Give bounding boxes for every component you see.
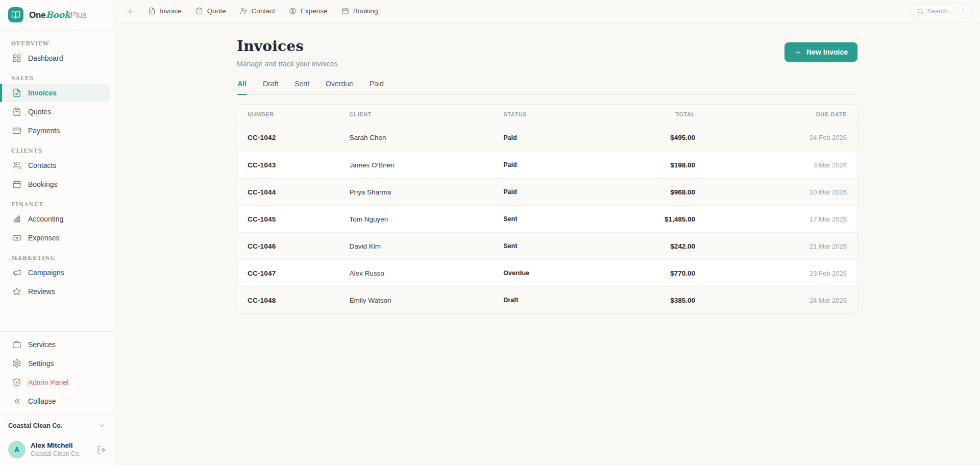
quick-add-plus-button[interactable] <box>126 7 134 15</box>
quick-add-quote[interactable]: Quote <box>195 7 226 15</box>
cell-due-date: 21 Mar 2026 <box>695 242 847 250</box>
tab-paid[interactable]: Paid <box>369 80 384 95</box>
file-plus-icon <box>148 7 156 15</box>
sidebar-item-label: Campaigns <box>28 268 64 277</box>
grid-icon <box>12 54 21 63</box>
sidebar: OneBookPlus OVERVIEW Dashboard SALES Inv… <box>0 0 114 465</box>
logout-button[interactable] <box>97 446 106 454</box>
tab-label: All <box>237 80 247 88</box>
sidebar-item-expenses[interactable]: Expenses <box>0 229 110 247</box>
cell-total: $385.00 <box>605 297 695 304</box>
cell-total: $495.00 <box>605 134 695 141</box>
avatar: A <box>8 441 26 458</box>
column-header-client: Client <box>350 111 504 117</box>
sidebar-item-bookings[interactable]: Bookings <box>0 175 110 193</box>
tab-label: Draft <box>263 80 278 88</box>
clipboard-icon <box>195 7 203 15</box>
sidebar-item-label: Admin Panel <box>28 378 68 386</box>
table-row[interactable]: CC-1045 Tom Nguyen Sent $1,485.00 17 Mar… <box>237 205 857 232</box>
sidebar-item-admin-panel[interactable]: Admin Panel <box>0 373 110 391</box>
search-input[interactable] <box>927 8 955 15</box>
quick-add-label: Invoice <box>160 7 182 15</box>
sidebar-sections: OVERVIEW Dashboard SALES Invoices Quotes <box>0 33 114 301</box>
sidebar-item-accounting[interactable]: Accounting <box>0 210 110 228</box>
cell-invoice-number: CC-1046 <box>248 242 350 250</box>
quick-add-contact[interactable]: Contact <box>240 7 276 15</box>
new-invoice-label: New Invoice <box>806 48 848 56</box>
page-subtitle: Manage and track your invoices <box>237 60 338 68</box>
brand-logo[interactable]: OneBookPlus <box>0 0 114 31</box>
quick-add-invoice[interactable]: Invoice <box>148 7 182 15</box>
company-selector[interactable]: Coastal Clean Co. <box>0 415 114 435</box>
cell-due-date: 10 Mar 2026 <box>695 188 847 196</box>
sidebar-item-campaigns[interactable]: Campaigns <box>0 263 110 282</box>
table-body: CC-1042 Sarah Chen Paid $495.00 24 Feb 2… <box>237 124 857 313</box>
sidebar-item-reviews[interactable]: Reviews <box>0 282 110 301</box>
quick-add-label: Quote <box>207 7 226 15</box>
banknote-icon <box>12 233 21 242</box>
sidebar-item-settings[interactable]: Settings <box>0 354 110 373</box>
user-info: Alex Mitchell Coastal Clean Co. <box>31 442 80 458</box>
quick-add-expense[interactable]: Expense <box>289 7 328 15</box>
main-area: Invoice Quote Contact Expense <box>114 0 980 465</box>
cell-total: $770.00 <box>605 270 695 277</box>
tab-draft[interactable]: Draft <box>262 80 279 95</box>
sidebar-item-label: Bookings <box>28 180 58 188</box>
cell-status: Draft <box>503 297 605 304</box>
quick-add-label: Contact <box>252 7 276 15</box>
quick-add-booking[interactable]: Booking <box>341 7 378 15</box>
table-row[interactable]: CC-1043 James O'Brien Paid $198.00 3 Mar… <box>237 151 857 178</box>
sidebar-nav: OVERVIEW Dashboard SALES Invoices Quotes <box>0 31 114 465</box>
sidebar-item-payments[interactable]: Payments <box>0 121 110 140</box>
table-header-row: Number Client Status Total Due Date <box>237 105 857 124</box>
log-out-icon <box>97 446 106 454</box>
sidebar-item-collapse[interactable]: Collapse <box>0 392 110 410</box>
tab-all[interactable]: All <box>237 80 247 95</box>
cell-due-date: 17 Mar 2026 <box>695 215 847 223</box>
cell-client: Alex Russo <box>350 270 504 277</box>
sidebar-item-label: Invoices <box>28 89 57 97</box>
user-profile[interactable]: A Alex Mitchell Coastal Clean Co. <box>0 435 114 465</box>
sidebar-spacer <box>0 301 114 327</box>
tab-label: Sent <box>295 80 309 88</box>
table-row[interactable]: CC-1044 Priya Sharma Paid $968.00 10 Mar… <box>237 178 857 205</box>
gear-icon <box>12 359 21 368</box>
table-row[interactable]: CC-1042 Sarah Chen Paid $495.00 24 Feb 2… <box>237 124 857 151</box>
credit-card-icon <box>12 126 21 135</box>
table-row[interactable]: CC-1048 Emily Watson Draft $385.00 24 Ma… <box>237 286 857 313</box>
tab-overdue[interactable]: Overdue <box>325 80 354 95</box>
cell-total: $968.00 <box>605 188 695 196</box>
cell-invoice-number: CC-1043 <box>248 161 350 169</box>
column-header-total: Total <box>605 111 695 117</box>
circle-dollar-icon <box>289 7 297 15</box>
sidebar-item-services[interactable]: Services <box>0 335 110 354</box>
cell-client: Emily Watson <box>350 297 504 304</box>
column-header-due-date: Due Date <box>695 111 847 117</box>
book-icon <box>11 10 20 19</box>
sidebar-item-quotes[interactable]: Quotes <box>0 103 110 121</box>
cell-due-date: 24 Feb 2026 <box>695 134 847 141</box>
table-row[interactable]: CC-1047 Alex Russo Overdue $770.00 23 Fe… <box>237 259 857 286</box>
user-name: Alex Mitchell <box>31 442 80 450</box>
sidebar-footer-items: Services Settings Admin Panel Collapse <box>0 335 114 411</box>
plus-icon <box>126 7 134 15</box>
search-box[interactable]: / <box>910 4 972 18</box>
plus-icon <box>794 48 802 56</box>
megaphone-icon <box>12 268 21 277</box>
cell-client: Priya Sharma <box>350 188 504 196</box>
sidebar-item-invoices[interactable]: Invoices <box>0 84 110 102</box>
bar-chart-icon <box>12 214 21 224</box>
search-shortcut-badge: / <box>959 7 967 15</box>
tab-label: Paid <box>370 80 384 88</box>
cell-invoice-number: CC-1045 <box>248 215 350 223</box>
tab-sent[interactable]: Sent <box>294 80 310 95</box>
cell-due-date: 23 Feb 2026 <box>695 270 847 277</box>
new-invoice-button[interactable]: New Invoice <box>785 42 857 62</box>
sidebar-item-dashboard[interactable]: Dashboard <box>0 49 110 67</box>
calendar-icon <box>12 180 21 189</box>
sidebar-item-contacts[interactable]: Contacts <box>0 156 110 175</box>
table-row[interactable]: CC-1046 David Kim Sent $242.00 21 Mar 20… <box>237 232 857 259</box>
page-header: Invoices Manage and track your invoices … <box>237 38 857 68</box>
cell-status: Paid <box>503 188 605 195</box>
cell-status: Paid <box>503 161 605 168</box>
